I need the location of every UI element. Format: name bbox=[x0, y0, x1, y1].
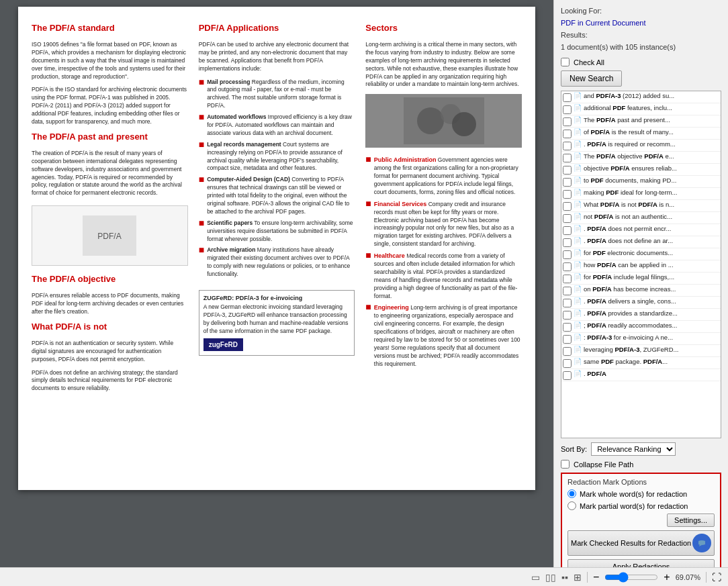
result-checkbox[interactable] bbox=[563, 359, 572, 368]
bullet-text: Computer-Aided Design (CAD) Converting t… bbox=[207, 176, 355, 215]
results-list[interactable]: 📄 and PDF/A-3 (2012) added su... 📄 addit… bbox=[561, 91, 721, 438]
new-search-button[interactable]: New Search bbox=[561, 70, 622, 87]
result-file-icon: 📄 bbox=[574, 177, 582, 184]
result-checkbox[interactable] bbox=[563, 238, 572, 247]
result-item[interactable]: 📄 on PDF/A has become increas... bbox=[561, 285, 721, 297]
result-checkbox[interactable] bbox=[563, 154, 572, 162]
result-item[interactable]: 📄 how PDF/A can be applied in ... bbox=[561, 260, 721, 273]
result-item[interactable]: 📄 objective PDF/A ensures reliab... bbox=[561, 164, 721, 176]
result-checkbox[interactable] bbox=[563, 299, 572, 307]
result-file-icon: 📄 bbox=[574, 140, 582, 148]
column-2: PDF/A Applications PDF/A can be used to … bbox=[199, 23, 355, 474]
bullet-icon: ■ bbox=[199, 218, 204, 244]
result-text: to PDF documents, making PD... bbox=[584, 177, 676, 185]
col1-para6: PDF/A does not define an archiving strat… bbox=[32, 369, 188, 393]
result-checkbox[interactable] bbox=[563, 130, 572, 138]
zoom-slider[interactable] bbox=[604, 572, 658, 583]
result-item[interactable]: 📄 additional PDF features, inclu... bbox=[561, 103, 721, 115]
result-text: for PDF electronic documents... bbox=[584, 249, 673, 257]
double-page-icon[interactable]: ▯▯ bbox=[545, 572, 556, 583]
fullscreen-icon[interactable]: ⛶ bbox=[712, 572, 721, 583]
zugferd-logo: zugFeRD bbox=[203, 338, 243, 351]
radio-partial-row: Mark partial word(s) for redaction bbox=[567, 501, 715, 510]
result-text: of PDF/A is the result of many... bbox=[584, 128, 674, 136]
result-text: What PDF/A is not PDF/A is n... bbox=[584, 201, 674, 209]
result-text: The PDF/A past and present... bbox=[584, 116, 670, 124]
result-item[interactable]: 📄 . PDF/A delivers a single, cons... bbox=[561, 297, 721, 309]
collapse-checkbox[interactable] bbox=[561, 460, 570, 469]
result-text: . PDF/A bbox=[584, 370, 606, 378]
result-checkbox[interactable] bbox=[563, 323, 572, 332]
col2-bullets: ■Mail processing Regardless of the mediu… bbox=[199, 79, 355, 282]
radio-partial[interactable] bbox=[567, 501, 576, 510]
result-text: same PDF package. PDF/A... bbox=[584, 358, 668, 366]
settings-button[interactable]: Settings... bbox=[667, 514, 715, 527]
bullet-item: ■Scientific papers To ensure long-term a… bbox=[199, 219, 355, 244]
mark-checked-button[interactable]: Mark Checked Results for Redaction bbox=[567, 530, 715, 556]
result-checkbox[interactable] bbox=[563, 226, 572, 235]
col1-para2: PDF/A is the ISO standard for archiving … bbox=[32, 86, 188, 126]
result-item[interactable]: 📄 making PDF ideal for long-term... bbox=[561, 188, 721, 200]
result-item[interactable]: 📄 The PDF/A objective PDF/A e... bbox=[561, 152, 721, 164]
result-item[interactable]: 📄 for PDF/A include legal filings,... bbox=[561, 273, 721, 285]
result-file-icon: 📄 bbox=[574, 322, 582, 329]
col3-intro: Long-term archiving is a critical theme … bbox=[365, 41, 522, 89]
bullet-text: Archive migration Many institutions have… bbox=[207, 246, 355, 279]
result-checkbox[interactable] bbox=[563, 262, 572, 271]
result-item[interactable]: 📄 . PDF/A bbox=[561, 369, 721, 381]
bullet-icon: ■ bbox=[199, 140, 204, 173]
single-page-icon[interactable]: ▭ bbox=[531, 572, 540, 583]
col1-para5: PDF/A is not an authentication or securi… bbox=[32, 340, 188, 364]
result-checkbox[interactable] bbox=[563, 93, 572, 102]
result-checkbox[interactable] bbox=[563, 287, 572, 295]
result-item[interactable]: 📄 . PDF/A does not permit encr... bbox=[561, 224, 721, 236]
result-checkbox[interactable] bbox=[563, 202, 572, 211]
result-text: not PDF/A is not an authentic... bbox=[584, 213, 672, 221]
result-checkbox[interactable] bbox=[563, 117, 572, 126]
result-item[interactable]: 📄 for PDF electronic documents... bbox=[561, 248, 721, 260]
sort-by-label: Sort By: bbox=[561, 445, 587, 453]
pdf-page: The PDF/A standard ISO 19005 defines "a … bbox=[18, 7, 535, 490]
result-checkbox[interactable] bbox=[563, 275, 572, 283]
sector-bullet-icon: ■ bbox=[365, 199, 371, 248]
zoom-minus-icon[interactable]: − bbox=[593, 571, 599, 583]
sort-by-select[interactable]: Relevance Ranking bbox=[591, 442, 676, 456]
result-file-icon: 📄 bbox=[574, 346, 582, 353]
result-checkbox[interactable] bbox=[563, 250, 572, 259]
result-checkbox[interactable] bbox=[563, 311, 572, 320]
radio-whole[interactable] bbox=[567, 489, 576, 498]
result-item[interactable]: 📄 . PDF/A is required or recomm... bbox=[561, 140, 721, 152]
result-text: . PDF/A does not permit encr... bbox=[584, 225, 671, 233]
bullet-item: ■Automated workflows Improved efficiency… bbox=[199, 113, 355, 138]
result-checkbox[interactable] bbox=[563, 214, 572, 223]
zugferd-box: ZUGFeRD: PDF/A-3 for e-invoicing A new G… bbox=[199, 290, 355, 356]
result-item[interactable]: 📄 same PDF package. PDF/A... bbox=[561, 357, 721, 369]
result-item[interactable]: 📄 ; PDF/A readily accommodates... bbox=[561, 321, 721, 333]
result-item[interactable]: 📄 leveraging PDF/A-3, ZUGFeRD... bbox=[561, 345, 721, 357]
grid4-icon[interactable]: ⊞ bbox=[574, 572, 582, 583]
result-item[interactable]: 📄 What PDF/A is not PDF/A is n... bbox=[561, 200, 721, 212]
result-checkbox[interactable] bbox=[563, 190, 572, 199]
result-item[interactable]: 📄 : PDF/A-3 for e-invoicing A ne... bbox=[561, 333, 721, 345]
result-text: objective PDF/A ensures reliab... bbox=[584, 164, 677, 173]
result-item[interactable]: 📄 The PDF/A past and present... bbox=[561, 115, 721, 128]
zoom-plus-icon[interactable]: + bbox=[664, 571, 670, 583]
result-file-icon: 📄 bbox=[574, 237, 582, 244]
result-checkbox[interactable] bbox=[563, 178, 572, 187]
result-item[interactable]: 📄 . PDF/A provides a standardize... bbox=[561, 309, 721, 321]
result-checkbox[interactable] bbox=[563, 166, 572, 175]
check-all-checkbox[interactable] bbox=[561, 58, 570, 66]
result-item[interactable]: 📄 . PDF/A does not define an ar... bbox=[561, 236, 721, 248]
result-item[interactable]: 📄 to PDF documents, making PD... bbox=[561, 176, 721, 188]
result-checkbox[interactable] bbox=[563, 105, 572, 114]
bullet-item: ■Legal records management Court systems … bbox=[199, 141, 355, 173]
grid2-icon[interactable]: ▪▪ bbox=[561, 572, 568, 583]
result-checkbox[interactable] bbox=[563, 347, 572, 356]
result-item[interactable]: 📄 not PDF/A is not an authentic... bbox=[561, 212, 721, 224]
radio-whole-row: Mark whole word(s) for redaction bbox=[567, 489, 715, 498]
result-item[interactable]: 📄 of PDF/A is the result of many... bbox=[561, 128, 721, 140]
result-checkbox[interactable] bbox=[563, 142, 572, 150]
result-checkbox[interactable] bbox=[563, 335, 572, 344]
result-checkbox[interactable] bbox=[563, 371, 572, 380]
result-item[interactable]: 📄 and PDF/A-3 (2012) added su... bbox=[561, 91, 721, 103]
